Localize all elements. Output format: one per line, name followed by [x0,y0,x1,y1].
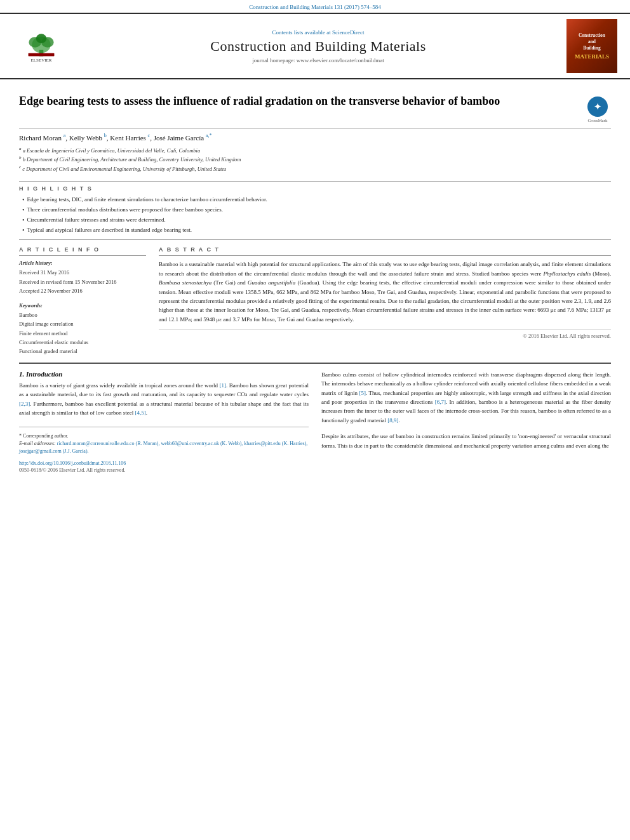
journal-title-block: Contents lists available at ScienceDirec… [76,29,560,63]
keyword-1: Bamboo [19,310,146,319]
journal-title-main: Construction and Building Materials [76,38,560,55]
svg-rect-5 [29,53,55,56]
footnote-email: E-mail addresses: richard.moran@correoun… [19,440,309,455]
copyright-line: © 2016 Elsevier Ltd. All rights reserved… [159,329,611,339]
bullet-1: • [22,195,25,205]
introduction-text-left: Bamboo is a variety of giant grass widel… [19,381,309,418]
footnote-section: * Corresponding author. E-mail addresses… [19,427,309,473]
history-item-2: Received in revised form 15 November 201… [19,277,146,286]
keyword-5: Functional graded material [19,347,146,356]
article-info-abstract: A R T I C L E I N F O Article history: R… [19,246,611,356]
abstract-label: A B S T R A C T [159,246,611,256]
crossmark-icon: ✦ [587,97,608,117]
section-number: 1. [19,370,24,378]
journal-header: ELSEVIER Contents lists available at Sci… [0,13,630,79]
ref-89: [8,9] [387,417,398,423]
highlight-text-3: Circumferential failure stresses and str… [27,215,166,224]
affiliations-block: a a Escuela de Ingeniería Civil y Geomát… [19,143,611,175]
highlight-item-4: • Typical and atypical failures are desc… [22,225,611,236]
article-history-label: Article history: [19,260,146,266]
keywords-label: Keywords: [19,302,146,309]
keywords-section: Keywords: Bamboo Digital image correlati… [19,302,146,356]
journal-homepage: journal homepage: www.elsevier.com/locat… [76,57,560,63]
history-item-3: Accepted 22 November 2016 [19,286,146,295]
highlights-section: H I G H L I G H T S • Edge bearing tests… [19,181,611,240]
article-title: Edge bearing tests to assess the influen… [19,93,500,109]
history-item-1: Received 31 May 2016 [19,268,146,277]
highlight-text-4: Typical and atypical failures are descri… [27,225,192,234]
bullet-4: • [22,225,25,236]
footnote-emails: richard.moran@correounivalle.edu.co (R. … [19,441,307,454]
highlight-text-2: Three circumferential modulus distributi… [27,205,223,214]
ref-1: [1] [219,382,226,389]
affiliation-a: a a Escuela de Ingeniería Civil y Geomát… [19,145,611,155]
authors-block: Richard Moran a, Kelly Webb b, Kent Harr… [19,129,611,143]
highlight-item-1: • Edge bearing tests, DIC, and finite el… [22,195,611,205]
ref-45: [4,5] [135,410,145,416]
sciencedirect-text: Contents lists available at ScienceDirec… [76,29,560,36]
footnote-corresponding: * Corresponding author. [19,432,309,440]
introduction-text-right-1: Bamboo culms consist of hollow cylindric… [321,370,611,425]
keyword-2: Digital image correlation [19,319,146,328]
journal-logo-right: ConstructionandBuilding MATERIALS [566,19,617,73]
logo-right-construction: ConstructionandBuilding [579,32,605,51]
ref-67: [6,7] [435,399,446,405]
introduction-text-right-2: Despite its attributes, the use of bambo… [321,432,611,450]
authors-line: Richard Moran a, Kelly Webb b, Kent Harr… [19,133,611,142]
highlight-item-3: • Circumferential failure stresses and s… [22,215,611,225]
highlights-list: • Edge bearing tests, DIC, and finite el… [19,195,611,236]
section-label-text: Introduction [26,370,62,378]
bullet-2: • [22,205,25,215]
elsevier-logo: ELSEVIER [13,29,70,63]
affiliation-b: b b Department of Civil Engineering, Arc… [19,154,611,164]
doi-line[interactable]: http://dx.doi.org/10.1016/j.conbuildmat.… [19,460,309,466]
body-right: Bamboo culms consist of hollow cylindric… [321,370,611,474]
elsevier-logo-svg [19,29,64,58]
keyword-4: Circumferential elastic modulus [19,338,146,347]
journal-ref-text: Construction and Building Materials 131 … [249,4,380,10]
affiliation-c: c c Department of Civil and Environmenta… [19,164,611,173]
issn-line: 0950-0618/© 2016 Elsevier Ltd. All right… [19,467,309,473]
keyword-3: Finite element method [19,329,146,338]
highlight-text-1: Edge bearing tests, DIC, and finite elem… [27,195,267,204]
main-content: Edge bearing tests to assess the influen… [0,79,630,486]
article-info-label: A R T I C L E I N F O [19,246,146,256]
sciencedirect-link-text[interactable]: ScienceDirect [332,29,364,36]
crossmark-label: CrossMark [587,118,607,123]
journal-reference-bar: Construction and Building Materials 131 … [0,0,630,13]
email-label: E-mail addresses: [19,441,56,446]
introduction-title: 1. Introduction [19,370,309,378]
ref-5: [5] [359,390,366,396]
body-content: 1. Introduction Bamboo is a variety of g… [19,363,611,474]
logo-right-materials: MATERIALS [575,53,609,60]
bullet-3: • [22,215,25,225]
highlights-label: H I G H L I G H T S [19,185,611,192]
svg-point-4 [36,34,46,43]
highlight-item-2: • Three circumferential modulus distribu… [22,205,611,215]
ref-23: [2,3] [19,401,30,407]
crossmark-badge[interactable]: ✦ CrossMark [584,97,611,123]
article-title-block: Edge bearing tests to assess the influen… [19,86,611,129]
elsevier-wordmark: ELSEVIER [30,58,51,63]
abstract-text: Bamboo is a sustainable material with hi… [159,260,611,324]
article-info-column: A R T I C L E I N F O Article history: R… [19,246,146,356]
body-left: 1. Introduction Bamboo is a variety of g… [19,370,309,474]
abstract-column: A B S T R A C T Bamboo is a sustainable … [159,246,611,356]
